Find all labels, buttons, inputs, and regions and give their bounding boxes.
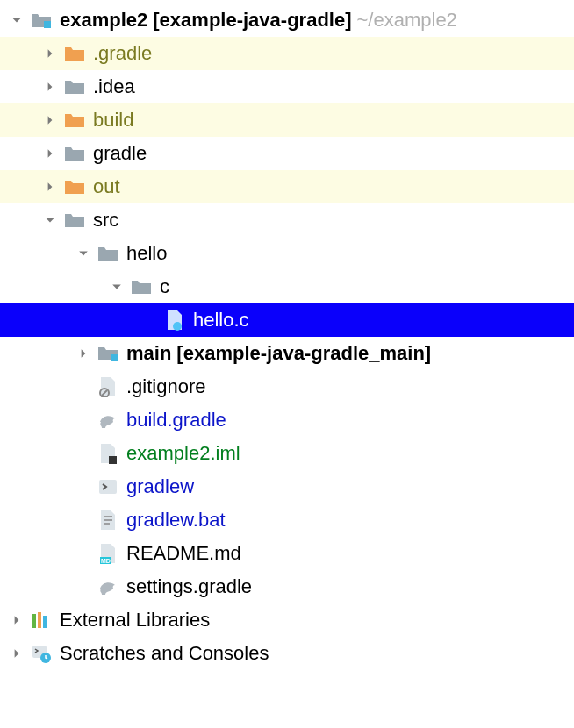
tree-row-gitignore[interactable]: .gitignore <box>0 370 574 403</box>
svg-rect-2 <box>111 354 118 361</box>
folder-gray-icon <box>63 209 86 232</box>
iml-icon <box>97 442 119 465</box>
tree-row-gradlew-bat[interactable]: gradlew.bat <box>0 503 574 537</box>
tree-row-c-dir[interactable]: c <box>0 270 574 303</box>
tree-row-build-gradle[interactable]: build.gradle <box>0 403 574 437</box>
tree-label: .gitignore <box>126 375 206 398</box>
folder-orange-icon <box>63 109 86 132</box>
expand-arrow-icon[interactable] <box>9 12 25 28</box>
svg-rect-14 <box>43 616 47 628</box>
tree-label: gradlew.bat <box>126 509 226 532</box>
md-icon: MD <box>97 542 119 565</box>
cfile-icon <box>163 309 186 332</box>
tree-label: example2 <box>60 9 147 32</box>
svg-rect-6 <box>99 480 117 494</box>
module-qualifier: [example-java-gradle_main] <box>176 342 431 365</box>
module-qualifier: [example-java-gradle] <box>153 9 351 32</box>
tree-label: main <box>126 342 171 365</box>
libs-icon <box>30 609 53 632</box>
expand-arrow-icon[interactable] <box>75 246 91 261</box>
tree-row-hello-c[interactable]: hello.c <box>0 303 574 337</box>
tree-label: hello <box>126 242 167 265</box>
svg-rect-13 <box>38 612 41 628</box>
tree-label: c <box>160 275 169 298</box>
svg-rect-12 <box>32 614 36 628</box>
expand-arrow-icon[interactable] <box>42 179 58 195</box>
svg-rect-5 <box>109 456 117 464</box>
folder-module-icon <box>97 342 119 365</box>
tree-label: .idea <box>93 75 135 98</box>
tree-row-settings-gradle[interactable]: settings.gradle <box>0 570 574 603</box>
tree-label: .gradle <box>93 42 152 65</box>
tree-label: out <box>93 175 120 198</box>
folder-gray-icon <box>97 242 119 265</box>
gradle-icon <box>97 575 119 598</box>
tree-row-out-dir[interactable]: out <box>0 170 574 203</box>
expand-arrow-icon[interactable] <box>9 612 25 628</box>
expand-arrow-icon[interactable] <box>42 46 58 61</box>
svg-text:MD: MD <box>101 558 111 564</box>
tree-row-idea-dir[interactable]: .idea <box>0 70 574 103</box>
tree-label: gradlew <box>126 475 194 498</box>
scratch-icon <box>30 642 53 665</box>
tree-row-scratches[interactable]: Scratches and Consoles <box>0 637 574 670</box>
tree-row-hello-dir[interactable]: hello <box>0 237 574 270</box>
tree-row-example2-iml[interactable]: example2.iml <box>0 437 574 470</box>
tree-row-root[interactable]: example2[example-java-gradle]~/example2 <box>0 4 574 37</box>
tree-row-src-dir[interactable]: src <box>0 203 574 237</box>
gradle-icon <box>97 409 119 432</box>
expand-arrow-icon[interactable] <box>42 79 58 95</box>
tree-label: gradle <box>93 142 147 165</box>
expand-arrow-icon[interactable] <box>42 112 58 128</box>
svg-point-1 <box>173 322 182 331</box>
tree-label: build <box>93 109 133 132</box>
tree-label: Scratches and Consoles <box>60 642 269 665</box>
folder-orange-icon <box>63 42 86 65</box>
tree-label: build.gradle <box>126 409 226 432</box>
tree-row-gradle-dir[interactable]: .gradle <box>0 37 574 70</box>
file-ignore-icon <box>97 375 119 398</box>
tree-row-gradlew[interactable]: gradlew <box>0 470 574 503</box>
folder-gray-icon <box>130 275 153 298</box>
text-icon <box>97 509 119 532</box>
expand-arrow-icon[interactable] <box>75 346 91 361</box>
tree-row-readme[interactable]: MDREADME.md <box>0 537 574 570</box>
folder-orange-icon <box>63 175 86 198</box>
tree-row-build-dir[interactable]: build <box>0 103 574 137</box>
tree-row-ext-libs[interactable]: External Libraries <box>0 603 574 637</box>
tree-label: settings.gradle <box>126 575 252 598</box>
project-tree: example2[example-java-gradle]~/example2 … <box>0 0 574 670</box>
svg-rect-0 <box>44 21 51 28</box>
path-hint: ~/example2 <box>357 9 457 32</box>
tree-label: src <box>93 209 118 232</box>
folder-module-icon <box>30 9 53 32</box>
expand-arrow-icon[interactable] <box>42 146 58 161</box>
tree-row-gradle-folder[interactable]: gradle <box>0 137 574 170</box>
tree-label: example2.iml <box>126 442 240 465</box>
tree-label: hello.c <box>193 309 249 332</box>
expand-arrow-icon[interactable] <box>9 646 25 661</box>
expand-arrow-icon[interactable] <box>42 212 58 228</box>
folder-gray-icon <box>63 142 86 165</box>
shell-icon <box>97 475 119 498</box>
tree-label: External Libraries <box>60 609 210 632</box>
tree-row-main-dir[interactable]: main[example-java-gradle_main] <box>0 337 574 370</box>
folder-gray-icon <box>63 75 86 98</box>
tree-label: README.md <box>126 542 241 565</box>
expand-arrow-icon[interactable] <box>109 279 125 295</box>
